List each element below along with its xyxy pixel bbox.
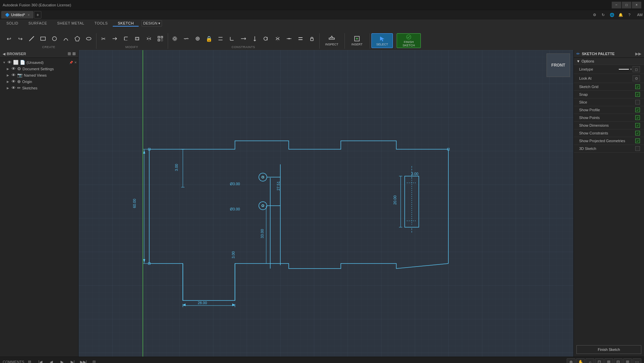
palette-collapse-icon[interactable]: ▶▶ — [635, 51, 641, 56]
view-cube[interactable]: FRONT — [547, 53, 570, 77]
pattern-button[interactable] — [155, 33, 166, 44]
browser-settings-icon[interactable]: ⊠ — [72, 51, 76, 56]
undo-button[interactable]: ↩ — [3, 33, 14, 44]
dim-text-20: 20.00 — [393, 195, 397, 205]
sketch-grid-checkbox[interactable] — [635, 84, 640, 89]
viewport-more-button[interactable]: ⋯ — [633, 358, 641, 363]
new-tab-button[interactable]: + — [34, 11, 41, 18]
maximize-button[interactable]: □ — [622, 2, 631, 8]
finish-sketch-toolbar-button[interactable]: FINISH SKETCH — [397, 33, 421, 48]
dim-text-33: 33.00 — [260, 229, 264, 238]
tree-close-icon[interactable]: ✕ — [74, 61, 77, 64]
select-button[interactable]: SELECT — [371, 33, 393, 48]
sketch-canvas[interactable]: 60.00 3.00 Ø3.00 27.51 Ø3.00 33.00 3.00 … — [79, 50, 573, 357]
slice-label: Slice — [579, 100, 635, 104]
timeline-settings-button[interactable]: ⊞ — [90, 359, 98, 363]
fix-button[interactable] — [307, 33, 317, 44]
polygon-button[interactable] — [72, 33, 83, 44]
linetype-selector[interactable]: ▾ — [619, 68, 632, 71]
notification-icon-btn[interactable]: 🔔 — [617, 11, 625, 18]
settings-icon-btn[interactable]: ⚙ — [591, 11, 598, 18]
midpoint-button[interactable] — [284, 33, 294, 44]
design-dropdown[interactable]: DESIGN ▾ — [142, 20, 162, 27]
expand-icon[interactable]: ◀ — [3, 52, 5, 56]
tree-item-named-views[interactable]: ▶ 👁 📷 Named Views — [0, 72, 78, 78]
redo-button[interactable]: ↪ — [15, 33, 26, 44]
concentric-button[interactable] — [192, 33, 203, 44]
viewport-pan-button[interactable]: ✋ — [576, 358, 585, 363]
browser-filter-icon[interactable]: ⊞ — [68, 51, 71, 56]
browser-tree: ▼ 👁 ⬜ 📄 (Unsaved) 📌 ✕ ▶ 👁 ⚙ Document Set… — [0, 58, 78, 357]
extend-button[interactable] — [109, 33, 120, 44]
arc-button[interactable] — [61, 33, 71, 44]
viewport-zoom-button[interactable]: ⌕ — [586, 358, 594, 363]
collinear-button[interactable] — [181, 33, 192, 44]
snap-checkbox[interactable] — [635, 92, 640, 97]
svg-point-24 — [264, 37, 267, 40]
constraints-label: CONSTRAINTS — [232, 45, 255, 49]
show-projected-checkbox[interactable] — [635, 138, 640, 143]
viewport-display-settings-button[interactable]: ⊟ — [614, 358, 622, 363]
timeline-prev-button[interactable]: ◀ — [47, 359, 55, 363]
timeline-next-button[interactable]: ▶| — [69, 359, 77, 363]
offset-button[interactable] — [132, 33, 143, 44]
show-dimensions-checkbox[interactable] — [635, 123, 640, 128]
network-icon-btn[interactable]: 🌐 — [608, 11, 616, 18]
lock-button[interactable]: 🔒 — [204, 33, 214, 44]
pin-icon[interactable]: 📌 — [69, 61, 73, 64]
refresh-icon-btn[interactable]: ↻ — [600, 11, 607, 18]
comments-settings-button[interactable]: ⊠ — [26, 359, 34, 363]
viewport-orbit-button[interactable]: ⊕ — [567, 358, 575, 363]
horizontal-button[interactable] — [238, 33, 249, 44]
snap-label: Snap — [579, 92, 635, 96]
vertical-button[interactable] — [249, 33, 260, 44]
tree-item-root[interactable]: ▼ 👁 ⬜ 📄 (Unsaved) 📌 ✕ — [0, 59, 78, 66]
circle-button[interactable] — [49, 33, 60, 44]
close-button[interactable]: × — [632, 2, 641, 8]
timeline-play-button[interactable]: ▶ — [58, 359, 66, 363]
tab-tools[interactable]: TOOLS — [89, 20, 113, 27]
show-profile-checkbox[interactable] — [635, 108, 640, 112]
viewport-grid-button[interactable]: ⊞ — [623, 358, 632, 363]
document-tab[interactable]: 🔷 Untitled* × — [1, 11, 33, 18]
perpendicular-button[interactable] — [227, 33, 237, 44]
help-icon-btn[interactable]: ? — [626, 11, 633, 18]
line-button[interactable] — [26, 33, 37, 44]
symmetric-button[interactable] — [272, 33, 283, 44]
finish-sketch-palette-button[interactable]: Finish Sketch — [576, 345, 641, 354]
tab-solid[interactable]: SOLID — [1, 20, 24, 27]
tab-close-icon[interactable]: × — [28, 13, 30, 17]
tangent-button[interactable] — [261, 33, 272, 44]
timeline-skip-start-button[interactable]: |◀ — [36, 359, 44, 363]
ellipse-button[interactable] — [83, 33, 94, 44]
viewport-zoom-fit-button[interactable]: ⊡ — [595, 358, 604, 363]
equal-button[interactable] — [295, 33, 306, 44]
mirror-button[interactable] — [144, 33, 154, 44]
insert-button[interactable]: INSERT — [346, 33, 368, 48]
timeline-skip-end-button[interactable]: ▶▶| — [79, 359, 87, 363]
tree-item-doc-settings[interactable]: ▶ 👁 ⚙ Document Settings — [0, 66, 78, 72]
viewport-zoom-in-button[interactable]: ⊞ — [604, 358, 613, 363]
viewport[interactable]: 60.00 3.00 Ø3.00 27.51 Ø3.00 33.00 3.00 … — [79, 50, 573, 357]
minimize-button[interactable]: − — [612, 2, 621, 8]
show-points-checkbox[interactable] — [635, 115, 640, 120]
tab-sketch[interactable]: SKETCH — [113, 20, 139, 27]
rectangle-button[interactable] — [38, 33, 48, 44]
tab-surface[interactable]: SURFACE — [24, 20, 52, 27]
inspect-button[interactable]: INSPECT — [321, 33, 343, 48]
fillet-button[interactable] — [121, 33, 131, 44]
parallel-button[interactable] — [215, 33, 226, 44]
tree-item-sketches[interactable]: ▶ 👁 ✏ Sketches — [0, 85, 78, 91]
slice-checkbox[interactable] — [635, 100, 640, 105]
svg-point-12 — [174, 38, 176, 40]
3d-sketch-checkbox[interactable] — [635, 146, 640, 151]
show-constraints-checkbox[interactable] — [635, 131, 640, 135]
dim-text-dia1: Ø3.00 — [230, 182, 240, 186]
linetype-toggle-button[interactable]: ◻ — [633, 66, 640, 72]
coincident-button[interactable] — [169, 33, 180, 44]
tree-item-origin[interactable]: ▶ 👁 ⊕ Origin — [0, 78, 78, 85]
tab-sheet-metal[interactable]: SHEET METAL — [52, 20, 89, 27]
trim-button[interactable]: ✂ — [98, 33, 109, 44]
palette-section-options[interactable]: ▼ Options — [574, 58, 644, 65]
look-at-button[interactable]: ⊙ — [633, 75, 640, 81]
